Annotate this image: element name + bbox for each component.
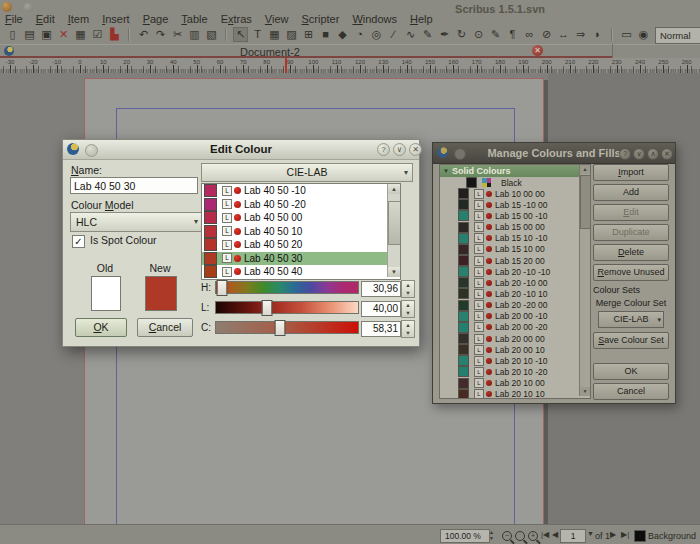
colour-list-item[interactable]: LLab 40 50 20 [202,238,400,252]
colour-list-item[interactable]: LLab 20 -20 00 [440,300,590,311]
maximize-icon[interactable]: ∧ [647,148,659,160]
ok-button[interactable]: OK [593,363,669,380]
colour-tree-list[interactable]: ▼ Solid Colours BlackLLab 10 00 00LLab 1… [439,164,591,399]
colour-list-item[interactable]: LLab 15 00 00 [440,222,590,233]
menu-scripter[interactable]: Scripter [302,13,340,25]
ok-button[interactable]: OK [75,318,127,337]
colour-list-item[interactable]: LLab 20 -10 00 [440,277,590,288]
unlink-text-frames-icon[interactable]: ⊘ [539,27,554,42]
colour-set-dropdown[interactable]: CIE-LAB ▾ [201,163,413,182]
colour-name-input[interactable] [70,177,198,194]
spin-down-icon[interactable]: ▼ [487,535,496,542]
spin-down-icon[interactable]: ▼ [402,289,414,297]
link-text-frames-icon[interactable]: ∞ [522,27,537,42]
scrollbar-thumb[interactable] [388,201,401,245]
shade-icon[interactable]: ∨ [633,148,645,160]
menu-edit[interactable]: Edit [36,13,55,25]
previous-page-icon[interactable]: ◀ [552,530,558,539]
measurements-icon[interactable]: ↔ [556,27,571,42]
colour-list-item[interactable]: LLab 20 10 -10 [440,355,590,366]
lightness-spinner[interactable]: ▲ ▼ [401,300,415,318]
pdf-radio-button-icon[interactable]: ◉ [636,27,651,42]
scroll-up-icon[interactable]: ▲ [580,165,590,174]
colour-list-item[interactable]: LLab 20 00 00 [440,333,590,344]
help-icon[interactable]: ? [377,143,390,156]
colour-list-item[interactable]: LLab 20 -10 10 [440,288,590,299]
preview-mode-dropdown[interactable]: Normal [655,27,700,44]
colour-list-item[interactable]: LLab 40 50 10 [202,225,400,239]
slider-handle[interactable] [274,320,285,336]
colour-set-dropdown[interactable]: CIE-LAB ▾ [598,311,664,328]
zoom-in-icon[interactable]: + [528,531,538,541]
import-button[interactable]: Import [593,164,669,181]
redo-icon[interactable]: ↷ [153,27,168,42]
horizontal-ruler[interactable]: -30-20-100102030405060708090100110120130… [0,58,700,74]
tree-expander-icon[interactable]: ▼ [443,168,449,174]
cut-icon[interactable]: ✂ [170,27,185,42]
manage-dialog-titlebar[interactable]: Manage Colours and Fills ? ∨ ∧ ✕ [433,143,675,164]
edit-list-scrollbar[interactable]: ▲ ▼ [387,184,400,277]
colour-list-item[interactable]: LLab 20 00 10 [440,344,590,355]
colour-swatch-list[interactable]: LLab 40 50 -10LLab 40 50 -20LLab 40 50 0… [201,183,401,280]
close-icon[interactable]: ✕ [409,143,422,156]
cancel-button[interactable]: Cancel [137,318,193,337]
colour-list-item[interactable]: LLab 20 10 -20 [440,366,590,377]
zoom-icon[interactable]: ⊙ [471,27,486,42]
paste-icon[interactable]: ▧ [204,27,219,42]
new-document-icon[interactable]: ▯ [5,27,20,42]
colour-list-item[interactable]: LLab 40 50 00 [202,211,400,225]
first-page-icon[interactable]: |◀ [541,530,549,539]
colour-list-item[interactable]: LLab 15 10 -10 [440,233,590,244]
insert-table-icon[interactable]: ⊞ [301,27,316,42]
insert-calligraphic-line-icon[interactable]: ✒ [437,27,452,42]
colour-list-item[interactable]: LLab 15 -10 00 [440,199,590,210]
spin-up-icon[interactable]: ▲ [402,281,414,289]
insert-polygon-icon[interactable]: ◆ [335,27,350,42]
zoom-out-icon[interactable]: − [502,531,512,541]
add-button[interactable]: Add [593,184,669,201]
print-document-icon[interactable]: ▦ [73,27,88,42]
colour-list-item[interactable]: LLab 40 50 -20 [202,198,400,212]
edit-dialog-titlebar[interactable]: Edit Colour ? ∨ ✕ [63,140,419,160]
spin-up-icon[interactable]: ▲ [402,321,414,329]
insert-bezier-curve-icon[interactable]: ∿ [403,27,418,42]
delete-button[interactable]: Delete [593,244,669,261]
pdf-push-button-icon[interactable]: ▭ [619,27,634,42]
colour-list-item[interactable]: LLab 40 50 40 [202,265,400,279]
menu-extras[interactable]: Extras [221,13,252,25]
scroll-down-icon[interactable]: ▼ [580,387,590,396]
slider-handle[interactable] [262,300,273,316]
page-dropdown-icon[interactable]: ▼ [587,530,594,537]
remove-unused-button[interactable]: Remove Unused [593,264,669,281]
preflight-verifier-icon[interactable]: ☑ [90,27,105,42]
page-number-field[interactable]: 1 [560,529,586,543]
next-page-icon[interactable]: ▶ [610,530,616,539]
colour-list-item[interactable]: LLab 20 00 -20 [440,322,590,333]
colour-list-item[interactable]: LLab 15 10 00 [440,244,590,255]
scrollbar-thumb[interactable] [580,175,591,229]
is-spot-colour-checkbox[interactable]: ✓ [72,235,85,248]
copy-icon[interactable]: ▥ [187,27,202,42]
zoom-level-field[interactable]: 100.00 % [440,529,490,543]
slider-handle[interactable] [216,280,227,296]
spin-up-icon[interactable]: ▲ [402,301,414,309]
tree-group-solid-colours[interactable]: ▼ Solid Colours [440,165,590,177]
scroll-down-icon[interactable]: ▼ [388,267,400,277]
last-page-icon[interactable]: ▶| [621,530,629,539]
chroma-spinner[interactable]: ▲ ▼ [401,320,415,338]
colour-list-item[interactable]: LLab 20 -10 -10 [440,266,590,277]
rotate-item-icon[interactable]: ↻ [454,27,469,42]
insert-spiral-icon[interactable]: ◎ [369,27,384,42]
save-document-icon[interactable]: ▣ [39,27,54,42]
menu-view[interactable]: View [265,13,289,25]
colour-model-dropdown[interactable]: HLC ▾ [70,212,203,232]
cancel-button[interactable]: Cancel [593,383,669,400]
menu-help[interactable]: Help [410,13,433,25]
scroll-up-icon[interactable]: ▲ [388,184,400,194]
hue-slider[interactable] [215,281,359,294]
edit-text-story-editor-icon[interactable]: ¶ [505,27,520,42]
chroma-value-field[interactable]: 58,31 [361,321,401,337]
colour-list-item[interactable]: LLab 15 20 00 [440,255,590,266]
hue-spinner[interactable]: ▲ ▼ [401,280,415,298]
lightness-slider[interactable] [215,301,359,314]
